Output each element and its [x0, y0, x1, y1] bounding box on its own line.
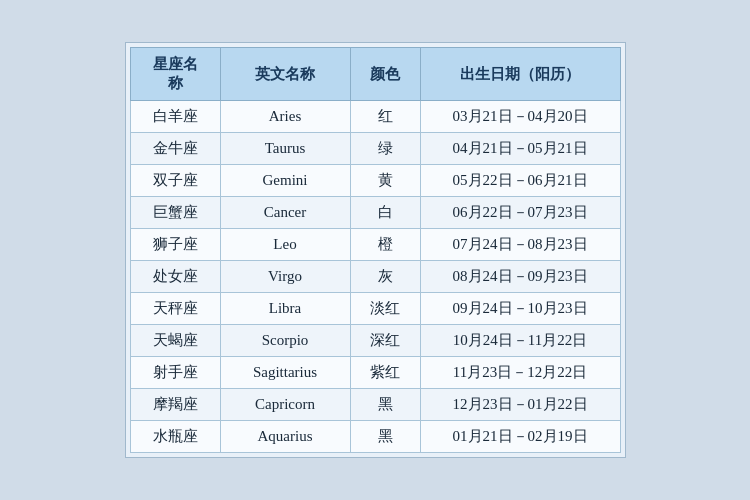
cell-chinese: 双子座	[130, 165, 220, 197]
table-header-row: 星座名称 英文名称 颜色 出生日期（阳历）	[130, 48, 620, 101]
cell-chinese: 金牛座	[130, 133, 220, 165]
cell-color: 淡红	[350, 293, 420, 325]
cell-color: 红	[350, 101, 420, 133]
cell-chinese: 天蝎座	[130, 325, 220, 357]
cell-english: Aries	[220, 101, 350, 133]
table-row: 处女座Virgo灰08月24日－09月23日	[130, 261, 620, 293]
header-english: 英文名称	[220, 48, 350, 101]
cell-color: 深红	[350, 325, 420, 357]
cell-color: 黑	[350, 389, 420, 421]
cell-date: 03月21日－04月20日	[420, 101, 620, 133]
cell-english: Aquarius	[220, 421, 350, 453]
cell-chinese: 水瓶座	[130, 421, 220, 453]
cell-chinese: 摩羯座	[130, 389, 220, 421]
cell-chinese: 天秤座	[130, 293, 220, 325]
cell-english: Capricorn	[220, 389, 350, 421]
header-color: 颜色	[350, 48, 420, 101]
cell-chinese: 射手座	[130, 357, 220, 389]
cell-english: Libra	[220, 293, 350, 325]
table-row: 摩羯座Capricorn黑12月23日－01月22日	[130, 389, 620, 421]
cell-color: 橙	[350, 229, 420, 261]
zodiac-table: 星座名称 英文名称 颜色 出生日期（阳历） 白羊座Aries红03月21日－04…	[130, 47, 621, 453]
cell-english: Virgo	[220, 261, 350, 293]
zodiac-table-container: 星座名称 英文名称 颜色 出生日期（阳历） 白羊座Aries红03月21日－04…	[125, 42, 626, 458]
table-row: 天秤座Libra淡红09月24日－10月23日	[130, 293, 620, 325]
table-body: 白羊座Aries红03月21日－04月20日金牛座Taurus绿04月21日－0…	[130, 101, 620, 453]
cell-date: 10月24日－11月22日	[420, 325, 620, 357]
cell-english: Cancer	[220, 197, 350, 229]
table-row: 白羊座Aries红03月21日－04月20日	[130, 101, 620, 133]
cell-date: 01月21日－02月19日	[420, 421, 620, 453]
header-date: 出生日期（阳历）	[420, 48, 620, 101]
cell-date: 08月24日－09月23日	[420, 261, 620, 293]
cell-english: Taurus	[220, 133, 350, 165]
cell-color: 白	[350, 197, 420, 229]
cell-color: 灰	[350, 261, 420, 293]
cell-date: 07月24日－08月23日	[420, 229, 620, 261]
cell-date: 12月23日－01月22日	[420, 389, 620, 421]
cell-chinese: 巨蟹座	[130, 197, 220, 229]
cell-english: Gemini	[220, 165, 350, 197]
table-row: 双子座Gemini黄05月22日－06月21日	[130, 165, 620, 197]
cell-date: 09月24日－10月23日	[420, 293, 620, 325]
table-row: 巨蟹座Cancer白06月22日－07月23日	[130, 197, 620, 229]
cell-date: 04月21日－05月21日	[420, 133, 620, 165]
cell-english: Scorpio	[220, 325, 350, 357]
cell-color: 黑	[350, 421, 420, 453]
cell-color: 绿	[350, 133, 420, 165]
cell-chinese: 处女座	[130, 261, 220, 293]
cell-date: 11月23日－12月22日	[420, 357, 620, 389]
cell-chinese: 白羊座	[130, 101, 220, 133]
table-row: 水瓶座Aquarius黑01月21日－02月19日	[130, 421, 620, 453]
cell-date: 06月22日－07月23日	[420, 197, 620, 229]
cell-color: 黄	[350, 165, 420, 197]
cell-chinese: 狮子座	[130, 229, 220, 261]
table-row: 天蝎座Scorpio深红10月24日－11月22日	[130, 325, 620, 357]
table-row: 射手座Sagittarius紫红11月23日－12月22日	[130, 357, 620, 389]
table-row: 狮子座Leo橙07月24日－08月23日	[130, 229, 620, 261]
cell-date: 05月22日－06月21日	[420, 165, 620, 197]
table-row: 金牛座Taurus绿04月21日－05月21日	[130, 133, 620, 165]
cell-english: Sagittarius	[220, 357, 350, 389]
cell-color: 紫红	[350, 357, 420, 389]
header-chinese: 星座名称	[130, 48, 220, 101]
cell-english: Leo	[220, 229, 350, 261]
